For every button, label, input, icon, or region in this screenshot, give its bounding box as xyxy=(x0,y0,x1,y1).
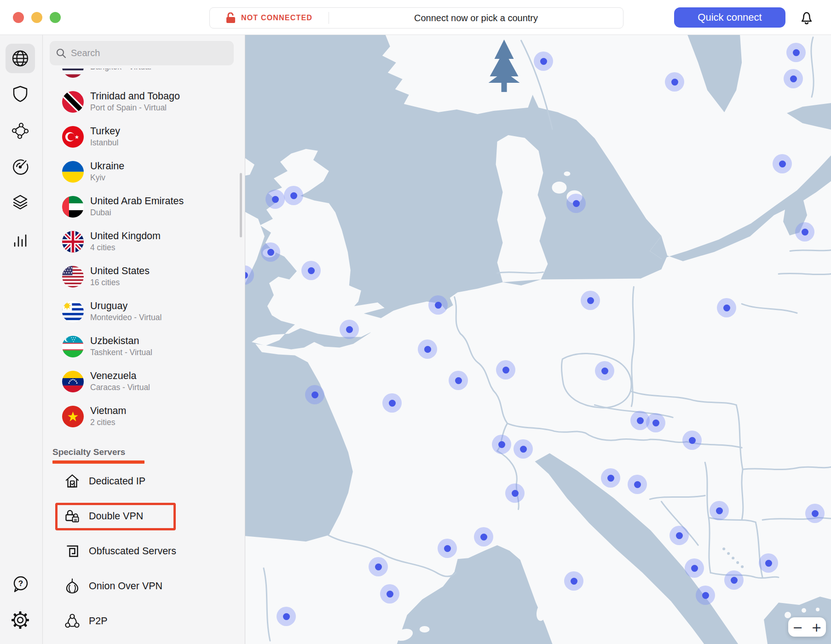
map-pin[interactable] xyxy=(710,501,729,520)
map-pin[interactable] xyxy=(724,570,744,590)
map-pin[interactable] xyxy=(717,298,736,317)
map-pin[interactable] xyxy=(301,261,321,280)
map-pin[interactable] xyxy=(340,320,359,339)
map-pin[interactable] xyxy=(428,295,448,315)
map-zoom-control: − + xyxy=(788,617,826,637)
double-vpn-icon xyxy=(64,508,81,524)
nav-settings[interactable] xyxy=(6,605,35,635)
quick-connect-button[interactable]: Quick connect xyxy=(674,7,785,28)
pin-dot xyxy=(444,545,451,552)
map-pin[interactable] xyxy=(474,527,493,546)
map-pin[interactable] xyxy=(514,439,533,459)
map-pin[interactable] xyxy=(759,553,778,573)
notifications-button[interactable] xyxy=(799,10,814,26)
zoom-button[interactable] xyxy=(50,12,61,23)
pin-dot xyxy=(290,192,297,199)
country-name: Turkey xyxy=(90,125,120,138)
pin-dot xyxy=(312,391,318,398)
specialty-label: Obfuscated Servers xyxy=(89,546,176,557)
map-pin[interactable] xyxy=(496,360,515,380)
map-pin[interactable] xyxy=(566,194,586,213)
specialty-servers-header: Specialty Servers xyxy=(52,447,125,457)
country-row[interactable]: ★TurkeyIstanbul xyxy=(42,119,245,154)
specialty-row-p2p[interactable]: P2P xyxy=(42,604,245,638)
map-pin[interactable] xyxy=(505,483,525,503)
map-pin[interactable] xyxy=(581,291,600,310)
map-pin[interactable] xyxy=(380,584,399,604)
map-pin[interactable] xyxy=(795,222,814,242)
map-pin[interactable] xyxy=(277,607,296,626)
map-pin[interactable] xyxy=(564,571,583,591)
scrollbar-thumb[interactable] xyxy=(240,173,242,237)
flag-th xyxy=(62,69,84,78)
country-subtitle: Dubai xyxy=(90,207,184,218)
country-name: Venezuela xyxy=(90,370,150,382)
nav-speed-test[interactable] xyxy=(6,152,35,182)
zoom-in-button[interactable]: + xyxy=(811,621,822,633)
map-pin[interactable] xyxy=(784,69,803,88)
country-name: Trinidad and Tobago xyxy=(90,90,180,103)
country-row[interactable]: United States16 cities xyxy=(42,259,245,294)
country-row[interactable]: Bangkok - Virtual xyxy=(42,69,245,84)
map-pin[interactable] xyxy=(534,52,553,71)
close-button[interactable] xyxy=(13,12,24,23)
search-input[interactable]: Search xyxy=(50,41,234,65)
map-pin[interactable] xyxy=(284,186,303,205)
country-row[interactable]: UruguayMontevideo - Virtual xyxy=(42,294,245,329)
nav-statistics[interactable] xyxy=(6,225,35,255)
map-pin[interactable] xyxy=(305,385,324,404)
nav-multihop[interactable] xyxy=(6,189,35,218)
map-pin[interactable] xyxy=(628,475,647,494)
specialty-row-onion-over-vpn[interactable]: Onion Over VPN xyxy=(42,569,245,604)
nav-countries[interactable] xyxy=(6,44,35,73)
map-pin[interactable] xyxy=(492,435,511,454)
map-pin[interactable] xyxy=(682,431,702,450)
flag-tt xyxy=(62,91,84,113)
country-row[interactable]: Trinidad and TobagoPort of Spain - Virtu… xyxy=(42,84,245,119)
country-row[interactable]: United Arab EmiratesDubai xyxy=(42,189,245,224)
map-pin[interactable] xyxy=(595,361,614,380)
country-row[interactable]: VenezuelaCaracas - Virtual xyxy=(42,364,245,399)
shield-icon xyxy=(12,85,29,103)
specialty-row-dedicated-ip[interactable]: Dedicated IP xyxy=(42,464,245,499)
map-pin[interactable] xyxy=(786,43,806,62)
server-map[interactable]: − + xyxy=(245,35,831,644)
title-bar: NOT CONNECTED Connect now or pick a coun… xyxy=(0,0,831,35)
map-pin[interactable] xyxy=(382,393,402,413)
map-pin[interactable] xyxy=(418,339,437,359)
map-pin[interactable] xyxy=(685,558,704,578)
country-row[interactable]: UzbekistanTashkent - Virtual xyxy=(42,329,245,364)
zoom-out-button[interactable]: − xyxy=(792,621,803,633)
pin-dot xyxy=(765,560,772,567)
map-pin[interactable] xyxy=(646,413,665,432)
country-name: United Kingdom xyxy=(90,230,161,242)
map-pin[interactable] xyxy=(665,72,684,92)
specialty-row-double-vpn[interactable]: Double VPN xyxy=(42,499,245,534)
minimize-button[interactable] xyxy=(31,12,42,23)
map-pin[interactable] xyxy=(438,539,457,558)
open-lock-icon xyxy=(226,12,236,23)
bar-chart-icon xyxy=(12,231,29,249)
map-pin[interactable] xyxy=(669,526,689,545)
map-pin[interactable] xyxy=(805,504,825,523)
map-pin[interactable] xyxy=(449,371,468,390)
pin-dot xyxy=(702,592,709,599)
nav-meshnet[interactable] xyxy=(6,116,35,145)
map-pin[interactable] xyxy=(265,190,285,209)
bell-icon xyxy=(800,11,814,25)
pin-dot xyxy=(424,346,431,353)
specialty-row-obfuscated-servers[interactable]: Obfuscated Servers xyxy=(42,534,245,569)
flag-uz xyxy=(62,336,84,357)
map-pin[interactable] xyxy=(601,468,620,488)
map-pin[interactable] xyxy=(696,586,715,605)
pin-dot xyxy=(587,297,594,304)
nav-threat-protection[interactable] xyxy=(6,79,35,109)
map-pin[interactable] xyxy=(773,154,792,173)
nav-help[interactable]: ? xyxy=(6,569,35,599)
pin-dot xyxy=(571,578,577,585)
country-row[interactable]: United Kingdom4 cities xyxy=(42,224,245,259)
country-row[interactable]: Vietnam2 cities xyxy=(42,399,245,434)
map-pin[interactable] xyxy=(261,242,280,262)
country-row[interactable]: UkraineKyiv xyxy=(42,154,245,189)
map-pin[interactable] xyxy=(369,557,388,576)
